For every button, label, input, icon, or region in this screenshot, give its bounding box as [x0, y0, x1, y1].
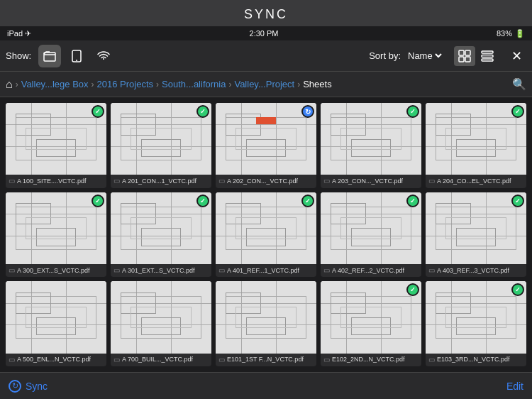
sync-badge [92, 105, 104, 118]
sync-badge [301, 105, 314, 118]
file-type-icon: ▭ [113, 266, 120, 274]
sync-button[interactable]: ↻ Sync [9, 380, 48, 393]
file-cell[interactable]: ▭A 204_CO...EL_VCTC.pdf [426, 103, 526, 188]
file-type-icon: ▭ [218, 177, 225, 185]
file-cell[interactable]: ▭A 402_REF...2_VCTC.pdf [321, 192, 421, 278]
file-label: ▭A 402_REF...2_VCTC.pdf [321, 264, 421, 276]
file-type-icon: ▭ [218, 266, 225, 274]
sync-badge [196, 195, 209, 207]
file-name: A 100_SITE....VCTC.pdf [17, 177, 87, 185]
file-type-icon: ▭ [9, 177, 15, 185]
file-label: ▭E101_1ST F...N_VCTC.pdf [216, 354, 316, 366]
svg-rect-0 [44, 53, 55, 61]
file-thumbnail [321, 281, 421, 353]
svg-rect-6 [465, 57, 470, 62]
file-name: A 201_CON...1_VCTC.pdf [122, 177, 196, 185]
file-type-icon: ▭ [428, 356, 435, 364]
show-tablet-button[interactable] [65, 45, 88, 67]
file-name: A 700_BUIL..._VCTC.pdf [122, 356, 193, 363]
svg-rect-4 [465, 50, 470, 55]
breadcrumb-sep-0: › [16, 80, 18, 89]
file-name: A 203_CON..._VCTC.pdf [332, 177, 403, 185]
file-name: A 403_REF...3_VCTC.pdf [437, 267, 509, 274]
file-cell[interactable]: ▭A 202_CON..._VCTC.pdf [216, 103, 316, 188]
search-button[interactable]: 🔍 [512, 77, 526, 91]
sort-label: Sort by: [369, 50, 401, 61]
file-thumbnail [216, 192, 316, 264]
file-label: ▭A 403_REF...3_VCTC.pdf [426, 264, 526, 276]
sync-label: Sync [26, 381, 48, 392]
file-name: E102_2ND...N_VCTC.pdf [332, 356, 405, 363]
file-type-icon: ▭ [113, 356, 120, 364]
file-thumbnail [426, 103, 526, 175]
ipad-label: iPad ✈ [7, 29, 31, 38]
breadcrumb-sep-3: › [228, 80, 231, 89]
show-folder-button[interactable] [38, 45, 61, 67]
breadcrumb-item-3[interactable]: Valley...Project [234, 79, 294, 89]
file-name: A 204_CO...EL_VCTC.pdf [437, 177, 511, 185]
file-cell[interactable]: ▭A 301_EXT...S_VCTC.pdf [111, 192, 211, 278]
status-time: 2:30 PM [250, 29, 279, 38]
file-label: ▭E103_3RD...N_VCTC.pdf [426, 354, 526, 366]
file-label: ▭A 401_REF...1_VCTC.pdf [216, 264, 316, 276]
sync-badge [92, 195, 104, 207]
file-name: E101_1ST F...N_VCTC.pdf [227, 356, 304, 363]
file-thumbnail [6, 103, 106, 175]
file-thumbnail [216, 103, 316, 175]
file-cell[interactable]: ▭E102_2ND...N_VCTC.pdf [321, 281, 421, 366]
file-cell[interactable]: ▭A 700_BUIL..._VCTC.pdf [111, 281, 211, 366]
svg-rect-3 [459, 50, 464, 55]
file-cell[interactable]: ▭E101_1ST F...N_VCTC.pdf [216, 281, 316, 366]
svg-rect-7 [482, 51, 493, 53]
file-label: ▭A 700_BUIL..._VCTC.pdf [111, 354, 211, 366]
file-cell[interactable]: ▭A 403_REF...3_VCTC.pdf [426, 192, 526, 278]
file-name: A 500_ENL...N_VCTC.pdf [17, 356, 91, 363]
sync-badge [196, 105, 209, 118]
breadcrumb-item-0[interactable]: Valley...lege Box [21, 79, 89, 89]
file-type-icon: ▭ [428, 266, 435, 274]
file-cell[interactable]: ▭E103_3RD...N_VCTC.pdf [426, 281, 526, 366]
svg-point-2 [76, 60, 77, 61]
home-breadcrumb[interactable]: ⌂ [6, 78, 13, 91]
status-bar: iPad ✈ 2:30 PM 83% 🔋 [0, 26, 532, 40]
svg-rect-8 [482, 55, 493, 57]
breadcrumb-sep-2: › [156, 80, 159, 89]
file-label: ▭A 201_CON...1_VCTC.pdf [111, 175, 211, 187]
sync-badge [511, 195, 524, 207]
breadcrumb-item-1[interactable]: 2016 Projects [97, 79, 154, 89]
breadcrumb: ⌂ › Valley...lege Box › 2016 Projects › … [0, 72, 532, 97]
file-type-icon: ▭ [113, 177, 120, 185]
file-type-icon: ▭ [323, 177, 330, 185]
file-cell[interactable]: ▭A 300_EXT...S_VCTC.pdf [6, 192, 106, 278]
file-cell[interactable]: ▭A 500_ENL...N_VCTC.pdf [6, 281, 106, 366]
file-name: A 301_EXT...S_VCTC.pdf [122, 267, 195, 274]
sync-badge [511, 105, 524, 118]
file-type-icon: ▭ [323, 266, 330, 274]
close-button[interactable]: ✕ [506, 46, 526, 66]
sync-badge [406, 105, 419, 118]
file-thumbnail [111, 192, 211, 264]
file-name: A 402_REF...2_VCTC.pdf [332, 267, 404, 274]
grid-view-button[interactable] [454, 46, 475, 66]
view-icons [454, 46, 498, 66]
list-view-button[interactable] [477, 46, 498, 66]
file-cell[interactable]: ▭A 201_CON...1_VCTC.pdf [111, 103, 211, 188]
sync-badge [301, 195, 314, 207]
file-label: ▭A 300_EXT...S_VCTC.pdf [6, 264, 106, 276]
file-cell[interactable]: ▭A 401_REF...1_VCTC.pdf [216, 192, 316, 278]
file-type-icon: ▭ [323, 356, 330, 364]
show-wifi-button[interactable] [92, 45, 115, 67]
sort-section: Sort by: Name Date Size [369, 50, 444, 62]
bottom-bar: ↻ Sync Edit [0, 372, 532, 399]
edit-button[interactable]: Edit [506, 381, 523, 392]
file-thumbnail [426, 281, 526, 353]
file-cell[interactable]: ▭A 100_SITE....VCTC.pdf [6, 103, 106, 188]
file-name: A 300_EXT...S_VCTC.pdf [17, 267, 90, 274]
sort-select[interactable]: Name Date Size [405, 50, 444, 62]
file-thumbnail [321, 192, 421, 264]
breadcrumb-item-2[interactable]: South...alifornia [162, 79, 226, 89]
file-cell[interactable]: ▭A 203_CON..._VCTC.pdf [321, 103, 421, 188]
page-title: SYNC [244, 0, 288, 26]
status-right: 83% 🔋 [497, 29, 525, 38]
file-thumbnail [321, 103, 421, 175]
